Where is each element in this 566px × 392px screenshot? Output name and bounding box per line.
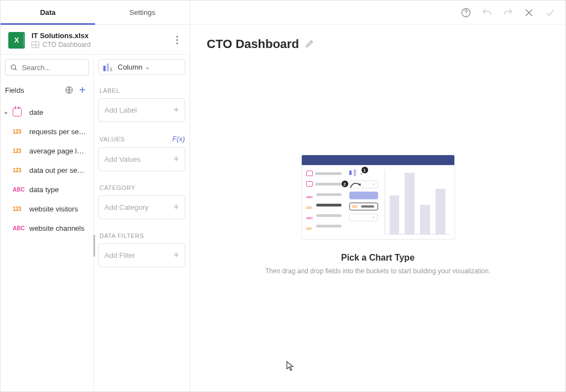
redo-button[interactable]	[502, 7, 513, 18]
tab-data-label: Data	[40, 8, 55, 17]
empty-state: 1 ⌄ 2 + + +	[207, 55, 549, 375]
values-placeholder: Add Values	[104, 155, 141, 163]
values-dropzone[interactable]: Add Values +	[98, 147, 185, 171]
svg-point-0	[11, 65, 15, 70]
chevron-down-icon: ⌄	[145, 63, 150, 71]
label-section-title: LABEL	[99, 87, 185, 94]
field-average-page-lo[interactable]: 123 average page lo…	[5, 141, 89, 161]
column-chart-icon	[103, 63, 113, 71]
field-label: website visitors	[29, 205, 78, 213]
plus-icon: +	[173, 153, 179, 165]
field-label: requests per se…	[29, 128, 86, 136]
plus-icon: +	[173, 250, 179, 261]
file-info: X IT Solutions.xlsx CTO Dashboard	[1, 25, 190, 55]
label-placeholder: Add Label	[104, 106, 137, 114]
plus-icon: +	[173, 104, 179, 116]
fields-list: ▸ date 123 requests per se… 123 average …	[5, 102, 89, 238]
fields-header: Fields +	[5, 83, 89, 97]
field-website-channels[interactable]: ABC website channels	[5, 219, 89, 238]
chart-type-picker[interactable]: Column ⌄	[98, 59, 185, 75]
field-label: data type	[29, 186, 59, 194]
close-button[interactable]	[523, 7, 534, 18]
text-type-icon: ABC	[13, 187, 25, 193]
editor-tabs: Data Settings	[1, 1, 190, 25]
empty-state-illustration: 1 ⌄ 2 + + +	[301, 155, 455, 240]
fields-header-label: Fields	[5, 86, 24, 94]
date-type-icon	[13, 108, 22, 116]
dashboard-title: CTO Dashboard	[207, 37, 299, 51]
label-dropzone[interactable]: Add Label +	[98, 98, 185, 122]
sheet-icon	[32, 41, 39, 48]
edit-title-button[interactable]	[305, 39, 315, 50]
filters-section-title: DATA FILTERS	[99, 232, 185, 239]
empty-state-subtitle: Then drag and drop fields into the bucke…	[265, 267, 491, 275]
tab-settings[interactable]: Settings	[95, 1, 190, 24]
help-button[interactable]	[460, 7, 471, 18]
text-type-icon: ABC	[13, 225, 25, 231]
fx-button[interactable]: F(x)	[172, 135, 185, 143]
filters-dropzone[interactable]: Add Filter +	[98, 243, 185, 267]
values-section-title: VALUES F(x)	[99, 135, 185, 143]
field-date[interactable]: ▸ date	[5, 102, 89, 122]
field-data-out-per-sec[interactable]: 123 data out per sec…	[5, 161, 89, 180]
dashboard-canvas: CTO Dashboard	[190, 25, 565, 391]
excel-file-icon: X	[8, 32, 25, 49]
number-type-icon: 123	[13, 129, 21, 135]
category-placeholder: Add Category	[104, 203, 149, 211]
file-menu-button[interactable]	[172, 36, 182, 44]
category-dropzone[interactable]: Add Category +	[98, 195, 185, 219]
scroll-indicator[interactable]	[93, 235, 95, 257]
plus-icon: +	[79, 84, 86, 97]
number-type-icon: 123	[13, 167, 21, 173]
tab-settings-label: Settings	[129, 8, 155, 17]
empty-state-title: Pick a Chart Type	[341, 253, 415, 263]
chart-type-label: Column	[118, 63, 143, 71]
number-type-icon: 123	[13, 206, 21, 212]
field-data-type[interactable]: ABC data type	[5, 180, 89, 199]
search-icon	[10, 63, 17, 72]
search-input[interactable]	[22, 63, 84, 72]
sheet-name: CTO Dashboard	[43, 41, 91, 49]
confirm-button[interactable]	[544, 7, 555, 18]
calculated-field-button[interactable]	[62, 83, 76, 97]
field-search[interactable]	[5, 59, 89, 76]
field-label: website channels	[29, 224, 85, 232]
field-website-visitors[interactable]: 123 website visitors	[5, 199, 89, 219]
svg-line-1	[15, 69, 17, 71]
undo-button[interactable]	[481, 7, 492, 18]
field-label: date	[29, 108, 43, 116]
number-type-icon: 123	[13, 148, 21, 154]
editor-toolbar	[190, 1, 565, 25]
field-label: data out per sec…	[29, 166, 88, 174]
field-requests-per-se[interactable]: 123 requests per se…	[5, 122, 89, 141]
expand-icon[interactable]: ▸	[5, 109, 13, 115]
svg-point-4	[465, 14, 466, 15]
tab-data[interactable]: Data	[1, 1, 95, 24]
filters-placeholder: Add Filter	[104, 251, 135, 259]
category-section-title: CATEGORY	[99, 184, 185, 191]
plus-icon: +	[173, 202, 179, 213]
file-name: IT Solutions.xlsx	[32, 31, 91, 40]
add-field-button[interactable]: +	[76, 83, 89, 97]
field-label: average page lo…	[29, 147, 88, 155]
